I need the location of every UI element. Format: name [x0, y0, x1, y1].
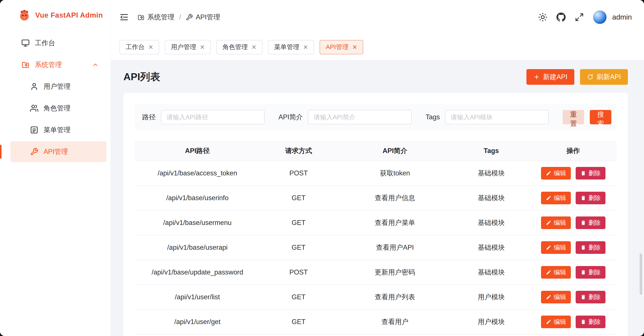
- cell-api-path: /api/v1/base/usermenu: [135, 210, 260, 235]
- header-actions: 操作: [530, 141, 616, 161]
- delete-button[interactable]: 删除: [576, 192, 606, 204]
- trash-icon: [580, 270, 586, 275]
- header-actions: admin: [538, 10, 632, 24]
- sidebar-item-label: 工作台: [35, 38, 55, 48]
- wrench-icon: [30, 148, 38, 156]
- search-button[interactable]: 搜索: [590, 110, 611, 124]
- cell-summary: 更新用户密码: [337, 260, 453, 285]
- username[interactable]: admin: [612, 13, 632, 21]
- sidebar-item-label: API管理: [44, 147, 68, 156]
- cell-tags: 用户模块: [453, 285, 530, 310]
- table-row: /api/v1/base/userapi GET 查看用户API 基础模块 编辑: [135, 235, 616, 260]
- refresh-api-button[interactable]: 刷新API: [580, 69, 628, 85]
- cell-method: POST: [260, 161, 337, 186]
- avatar[interactable]: [593, 10, 606, 24]
- api-table: API路径 请求方式 API简介 Tags 操作 /api/v1/base/ac…: [135, 141, 616, 335]
- sidebar-item-api[interactable]: API管理: [10, 141, 106, 162]
- cell-api-path: /api/v1/base/userapi: [135, 235, 260, 260]
- delete-button[interactable]: 删除: [576, 266, 606, 279]
- trash-icon: [580, 294, 586, 300]
- tab-close-icon[interactable]: ×: [252, 43, 256, 51]
- delete-button[interactable]: 删除: [576, 316, 606, 328]
- sidebar-item-workbench[interactable]: 工作台: [10, 33, 106, 53]
- edit-button[interactable]: 编辑: [541, 316, 571, 328]
- brand-logo-icon: [18, 9, 30, 21]
- sidebar-menu: 工作台 系统管理 用户管理 角色管理 菜单管理 API管理: [0, 29, 110, 162]
- tab-api[interactable]: API管理 ×: [320, 40, 363, 54]
- sidebar: Vue FastAPI Admin 工作台 系统管理 用户管理 角色管理: [0, 0, 110, 336]
- edit-button[interactable]: 编辑: [541, 291, 571, 303]
- pencil-icon: [546, 270, 552, 275]
- fullscreen-icon[interactable]: [575, 12, 584, 22]
- sidebar-item-roles[interactable]: 角色管理: [10, 98, 106, 119]
- filter-summary: API简介: [278, 110, 412, 124]
- edit-button[interactable]: 编辑: [541, 241, 571, 254]
- tab-close-icon[interactable]: ×: [200, 43, 205, 51]
- sidebar-item-menus[interactable]: 菜单管理: [10, 120, 106, 140]
- cell-summary: 查看用户API: [337, 235, 453, 260]
- tab-close-icon[interactable]: ×: [148, 43, 153, 51]
- content-card: 路径 API简介 Tags 重置 搜索: [124, 93, 628, 336]
- wrench-icon: [186, 14, 193, 21]
- cell-api-path: /api/v1/user/list: [135, 285, 260, 310]
- cell-api-path: /api/v1/base/userinfo: [135, 186, 260, 210]
- collapse-sidebar-icon[interactable]: [120, 12, 129, 22]
- cell-method: GET: [260, 310, 337, 334]
- filter-actions: 重置 搜索: [562, 110, 611, 124]
- tab-users[interactable]: 用户管理 ×: [165, 40, 211, 54]
- github-icon[interactable]: [556, 12, 566, 22]
- table-row: /api/v1/base/update_password POST 更新用户密码…: [135, 260, 616, 285]
- tab-roles[interactable]: 角色管理 ×: [216, 40, 262, 54]
- path-input[interactable]: [161, 110, 264, 124]
- edit-button[interactable]: 编辑: [541, 266, 571, 279]
- trash-icon: [580, 170, 586, 176]
- table-row: /api/v1/user/list GET 查看用户列表 用户模块 编辑: [135, 285, 616, 310]
- breadcrumb-item-api[interactable]: API管理: [186, 12, 220, 22]
- breadcrumb-item-system[interactable]: 系统管理: [138, 12, 174, 22]
- refresh-icon: [587, 74, 594, 80]
- cell-actions: 编辑 删除: [530, 310, 616, 334]
- sidebar-item-system[interactable]: 系统管理: [10, 54, 106, 75]
- sidebar-item-users[interactable]: 用户管理: [10, 76, 106, 97]
- scrollbar-thumb[interactable]: [640, 253, 642, 295]
- main-content: API列表 新建API 刷新API 路径 API简介: [111, 60, 644, 336]
- edit-button[interactable]: 编辑: [541, 167, 571, 179]
- brand-title: Vue FastAPI Admin: [35, 11, 103, 19]
- page-header: API列表 新建API 刷新API: [111, 60, 644, 85]
- cell-actions: 编辑 删除: [530, 186, 616, 210]
- delete-button[interactable]: 删除: [576, 241, 606, 254]
- delete-button[interactable]: 删除: [576, 216, 606, 229]
- trash-icon: [580, 220, 586, 226]
- edit-button[interactable]: 编辑: [541, 216, 571, 229]
- edit-button[interactable]: 编辑: [541, 192, 571, 204]
- header-method: 请求方式: [260, 141, 337, 161]
- header-summary: API简介: [337, 141, 453, 161]
- header: 系统管理 / API管理 admin: [111, 0, 644, 34]
- new-api-button[interactable]: 新建API: [526, 69, 574, 85]
- tags-input[interactable]: [445, 110, 549, 124]
- summary-input[interactable]: [308, 110, 412, 124]
- cell-summary: 查看用户菜单: [337, 210, 453, 235]
- tab-close-icon[interactable]: ×: [303, 43, 308, 51]
- reset-button[interactable]: 重置: [562, 110, 584, 124]
- cell-tags: 基础模块: [453, 161, 530, 186]
- chevron-up-icon: [92, 61, 98, 68]
- sidebar-item-label: 菜单管理: [44, 125, 70, 135]
- monitor-icon: [21, 39, 30, 47]
- delete-button[interactable]: 删除: [576, 167, 606, 179]
- header-tags: Tags: [453, 141, 530, 161]
- cell-tags: 基础模块: [453, 186, 530, 210]
- path-label: 路径: [142, 113, 156, 122]
- tab-workbench[interactable]: 工作台 ×: [120, 40, 159, 54]
- table-row: /api/v1/base/access_token POST 获取token 基…: [135, 161, 616, 186]
- pencil-icon: [546, 220, 552, 226]
- tab-close-icon[interactable]: ×: [352, 43, 357, 51]
- theme-toggle-sun-icon[interactable]: [538, 12, 547, 22]
- cell-tags: 用户模块: [453, 310, 530, 334]
- cell-method: GET: [260, 235, 337, 260]
- pencil-icon: [546, 294, 552, 300]
- delete-button[interactable]: 删除: [576, 291, 606, 303]
- table-row: /api/v1/base/userinfo GET 查看用户信息 基础模块 编辑: [135, 186, 616, 210]
- brand[interactable]: Vue FastAPI Admin: [0, 0, 110, 29]
- tab-menus[interactable]: 菜单管理 ×: [268, 40, 314, 54]
